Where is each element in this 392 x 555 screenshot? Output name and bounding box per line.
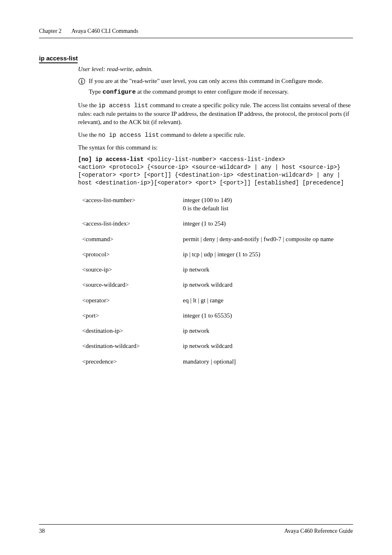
param-desc: ip network — [183, 265, 210, 274]
svg-text:i: i — [81, 79, 82, 84]
param-name: <port> — [82, 311, 183, 320]
syntax-block: [no] ip access-list <policy-list-number>… — [78, 156, 353, 187]
doc-title: Avaya C460 Reference Guide — [284, 528, 353, 534]
param-row: <protocol> ip | tcp | udp | integer (1 t… — [82, 250, 353, 258]
param-name: <access-list-number> — [82, 196, 183, 204]
param-row: <command> permit | deny | deny-and-notif… — [82, 235, 353, 243]
para1-prefix: Use the — [78, 102, 98, 108]
param-row: <source-ip> ip network — [82, 265, 353, 274]
note-sub-suffix: at the command prompt to enter configure… — [136, 88, 289, 95]
param-row: <source-wildcard> ip network wildcard — [82, 281, 353, 289]
note-sub: Type configure at the command prompt to … — [89, 88, 353, 97]
param-desc: ip network wildcard — [183, 342, 233, 350]
user-level: User level: read-write, admin. — [78, 66, 353, 73]
param-desc: integer (100 to 149) 0 is the default li… — [183, 196, 232, 213]
page-header: Chapter 2 Avaya C460 CLI Commands — [39, 28, 353, 38]
param-desc: permit | deny | deny-and-notify | fwd0-7… — [183, 235, 334, 243]
para2-suffix: command to delete a specific rule. — [159, 131, 245, 138]
chapter-label: Chapter 2 — [39, 28, 62, 35]
page-footer: 38 Avaya C460 Reference Guide — [39, 524, 353, 534]
param-name: <destination-wildcard> — [82, 342, 183, 350]
param-name: <command> — [82, 235, 183, 243]
note-sub-cmd: configure — [103, 89, 136, 96]
note-row: i If you are at the "read-write" user le… — [78, 77, 353, 85]
param-row: <operator> eq | lt | gt | range — [82, 296, 353, 304]
chapter-title: Avaya C460 CLI Commands — [71, 28, 138, 35]
section-title: ip access-list — [39, 55, 78, 63]
param-desc: ip | tcp | udp | integer (1 to 255) — [183, 250, 261, 258]
param-name: <precedence> — [82, 357, 183, 366]
param-desc: eq | lt | gt | range — [183, 296, 224, 304]
syntax-rest1: <policy-list-number> <access-list-index> — [144, 156, 285, 163]
param-row: <destination-ip> ip network — [82, 327, 353, 335]
page-number: 38 — [39, 528, 45, 534]
param-name: <source-ip> — [82, 265, 183, 274]
param-name: <access-list-index> — [82, 219, 183, 228]
syntax-rest2: <action> <protocol> {<source-ip> <source… — [78, 164, 344, 186]
para-1: Use the ip access list command to create… — [78, 101, 353, 127]
param-row: <destination-wildcard> ip network wildca… — [82, 342, 353, 350]
param-row: <access-list-index> integer (1 to 254) — [82, 219, 353, 228]
param-desc: ip network — [183, 327, 210, 335]
param-name: <destination-ip> — [82, 327, 183, 335]
para1-cmd: ip access list — [98, 102, 148, 109]
note-text: If you are at the "read-write" user leve… — [89, 77, 353, 85]
param-desc: ip network wildcard — [183, 281, 233, 289]
para2-cmd: no ip access list — [98, 132, 159, 138]
para2-prefix: Use the — [78, 131, 98, 138]
syntax-label: The syntax for this command is: — [78, 143, 353, 152]
param-name: <operator> — [82, 296, 183, 304]
param-desc: mandatory | optional] — [183, 357, 236, 366]
param-name: <source-wildcard> — [82, 281, 183, 289]
param-table: <access-list-number> integer (100 to 149… — [82, 196, 353, 366]
content-body: User level: read-write, admin. i If you … — [78, 66, 353, 366]
para-2: Use the no ip access list command to del… — [78, 131, 353, 140]
info-icon: i — [78, 78, 85, 85]
param-row: <precedence> mandatory | optional] — [82, 357, 353, 366]
note-sub-prefix: Type — [89, 88, 103, 95]
param-desc: integer (1 to 254) — [183, 219, 226, 228]
param-row: <access-list-number> integer (100 to 149… — [82, 196, 353, 213]
syntax-bold: [no] ip access-list — [78, 156, 144, 163]
param-desc: integer (1 to 65535) — [183, 311, 232, 320]
param-name: <protocol> — [82, 250, 183, 258]
param-row: <port> integer (1 to 65535) — [82, 311, 353, 320]
